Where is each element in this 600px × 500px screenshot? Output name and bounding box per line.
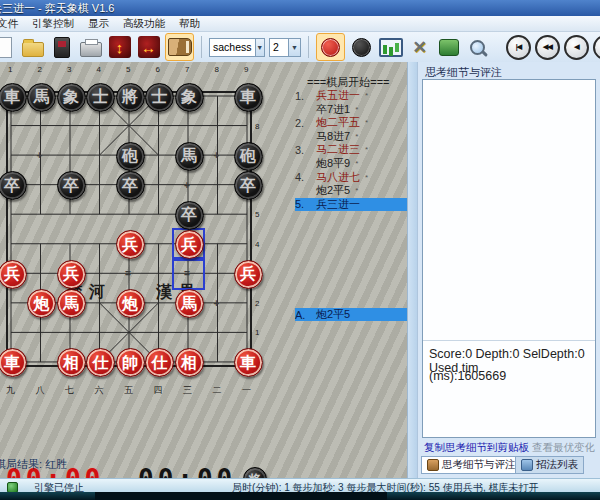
analysis-monitor-icon[interactable]	[378, 35, 403, 60]
black-piece[interactable]: 象	[175, 83, 204, 112]
red-side-icon[interactable]	[316, 33, 345, 61]
black-side-icon-glyph	[352, 38, 371, 57]
black-piece[interactable]: 卒	[57, 171, 86, 200]
nav-back-button[interactable]: ◀	[564, 35, 589, 60]
black-piece[interactable]: 卒	[175, 201, 204, 230]
black-piece[interactable]: 卒	[116, 171, 145, 200]
analysis-panel-title: 思考细节与评注	[425, 65, 502, 80]
menu-bar: 文件引擎控制显示高级功能帮助	[0, 16, 600, 32]
tab-1-active[interactable]: 思考细节与评注	[421, 456, 522, 474]
red-piece[interactable]: 兵	[234, 260, 263, 289]
black-piece[interactable]: 馬	[175, 142, 204, 171]
move-row-red-5[interactable]: 5.兵三进一	[295, 198, 407, 211]
engine-select[interactable]: sachess▼	[209, 38, 265, 57]
black-piece[interactable]: 象	[57, 83, 86, 112]
opening-book-icon-glyph	[168, 38, 192, 56]
red-piece[interactable]: 帥	[116, 348, 145, 377]
copy-to-clipboard-link[interactable]: 复制思考细节到剪贴板	[424, 441, 529, 455]
black-piece[interactable]: 馬	[27, 83, 56, 112]
menu-item-5[interactable]: 帮助	[172, 17, 207, 31]
book-mark: *	[365, 145, 368, 154]
engine-count-select-dropdown-button[interactable]: ▼	[288, 39, 300, 56]
file-label-bottom: 四	[154, 384, 163, 397]
swap-sides-icon[interactable]: ↔	[136, 35, 161, 60]
variation-row[interactable]: A.炮2平5	[295, 308, 407, 321]
black-piece[interactable]: 車	[234, 83, 263, 112]
book-mark: *	[365, 118, 368, 127]
menu-item-1[interactable]: 文件	[0, 17, 25, 31]
new-file-icon-glyph	[0, 37, 12, 58]
black-piece[interactable]: 車	[0, 83, 27, 112]
engine-tools-icon[interactable]: ✕	[407, 35, 432, 60]
variation-letter: A.	[295, 309, 316, 321]
file-label-bottom: 九	[6, 384, 15, 397]
view-best-line-link[interactable]: 查看最优变化	[532, 441, 595, 455]
red-piece[interactable]: 兵	[0, 260, 27, 289]
file-label-bottom: 三	[183, 384, 192, 397]
save-icon[interactable]	[49, 35, 74, 60]
black-piece[interactable]: 砲	[116, 142, 145, 171]
move-row-red-3[interactable]: 3.马二进三*	[295, 143, 407, 156]
red-piece[interactable]: 車	[234, 348, 263, 377]
open-file-icon-glyph	[22, 42, 44, 57]
board-point-mark: +	[214, 151, 220, 161]
movelist-tab-icon	[521, 459, 533, 471]
new-file-icon[interactable]	[0, 35, 16, 60]
red-piece[interactable]: 相	[175, 348, 204, 377]
menu-item-4[interactable]: 高级功能	[116, 17, 172, 31]
red-piece[interactable]: 兵	[57, 260, 86, 289]
export-icon-glyph	[439, 39, 459, 56]
menu-item-2[interactable]: 引擎控制	[25, 17, 81, 31]
analysis-panel: 思考细节与评注 Score:0 Depth:0 SelDepth:0 Used …	[417, 62, 600, 478]
red-piece[interactable]: 炮	[116, 289, 145, 318]
black-piece[interactable]: 士	[145, 83, 174, 112]
black-side-icon[interactable]	[349, 35, 374, 60]
red-piece[interactable]: 馬	[57, 289, 86, 318]
red-piece[interactable]: 兵	[116, 230, 145, 259]
file-label-bottom: 一	[242, 384, 251, 397]
tab-2[interactable]: 招法列表	[515, 456, 584, 474]
open-file-icon[interactable]	[20, 35, 45, 60]
red-piece[interactable]: 相	[57, 348, 86, 377]
nav-first-button[interactable]: |◀	[506, 35, 531, 60]
opening-book-icon[interactable]	[165, 33, 194, 61]
window-title: 兵三进一 - 弈天象棋 V1.6	[0, 1, 114, 16]
file-label-top: 3	[67, 65, 71, 74]
title-bar[interactable]: 兵三进一 - 弈天象棋 V1.6	[0, 0, 600, 16]
flip-board-icon[interactable]: ↕	[107, 35, 132, 60]
red-piece-selected[interactable]: 兵	[175, 230, 204, 259]
search-position-icon[interactable]	[465, 35, 490, 60]
red-piece[interactable]: 馬	[175, 289, 204, 318]
move-number: 3.	[295, 144, 316, 156]
print-icon[interactable]	[78, 35, 103, 60]
move-number: 1.	[295, 90, 316, 102]
move-row-black-1[interactable]: 卒7进1*	[295, 103, 407, 116]
xiangqi-board[interactable]: 楚河 漢界 00:00 00:00 将 棋局结果: 红胜 123456789九八…	[0, 62, 290, 478]
analysis-monitor-icon-glyph	[379, 38, 403, 57]
move-row-red-4[interactable]: 4.马八进七*	[295, 171, 407, 184]
nav-fast-back-button[interactable]: ◀◀	[535, 35, 560, 60]
black-piece[interactable]: 卒	[234, 171, 263, 200]
move-row-black-3[interactable]: 炮8平9*	[295, 157, 407, 170]
move-row-red-2[interactable]: 2.炮二平五*	[295, 116, 407, 129]
black-piece[interactable]: 砲	[234, 142, 263, 171]
move-row-red-1[interactable]: 1.兵五进一*	[295, 89, 407, 102]
move-row-black-2[interactable]: 马8进7*	[295, 130, 407, 143]
move-row-black-4[interactable]: 炮2平5*	[295, 184, 407, 197]
black-piece[interactable]: 卒	[0, 171, 27, 200]
move-list-scrollbar[interactable]	[407, 62, 417, 478]
move-text-red: 兵三进一	[316, 197, 360, 212]
rank-label-right: 2	[255, 299, 259, 308]
menu-item-3[interactable]: 显示	[81, 17, 116, 31]
black-piece[interactable]: 將	[116, 83, 145, 112]
file-label-top: 1	[8, 65, 12, 74]
nav-forward-button[interactable]: ▶	[593, 35, 600, 60]
board-point-mark: +	[184, 181, 190, 191]
analysis-output-box[interactable]: Score:0 Depth:0 SelDepth:0 Used tim (ms)…	[422, 79, 596, 438]
black-piece[interactable]: 士	[86, 83, 115, 112]
engine-select-dropdown-button[interactable]: ▼	[255, 39, 264, 56]
toolbar-separator	[308, 36, 309, 58]
engine-count-select[interactable]: 2▼	[269, 38, 301, 57]
export-icon[interactable]	[436, 35, 461, 60]
app-window: 兵三进一 - 弈天象棋 V1.6 文件引擎控制显示高级功能帮助 ↕↔saches…	[0, 0, 600, 500]
